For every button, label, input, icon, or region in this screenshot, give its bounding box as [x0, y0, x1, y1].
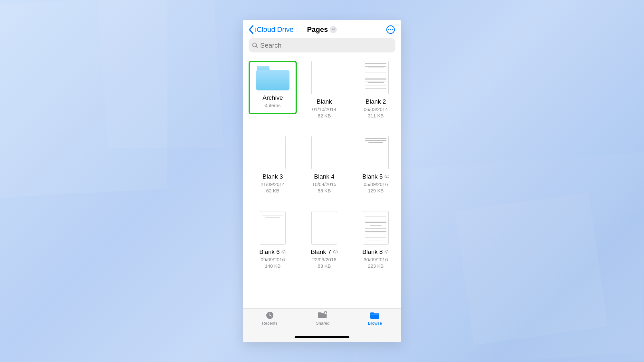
- folder-item[interactable]: Archive 4 items: [249, 61, 297, 119]
- item-name: Blank: [317, 98, 332, 105]
- clock-icon: [265, 311, 275, 320]
- document-thumb: [260, 136, 286, 169]
- cloud-download-icon: [333, 248, 338, 255]
- search-input[interactable]: [260, 42, 392, 49]
- item-name: Blank 8: [362, 248, 389, 255]
- chevron-left-icon: [249, 25, 254, 34]
- item-name: Blank 2: [365, 98, 386, 105]
- item-subtitle: 01/10/201462 KB: [312, 106, 336, 119]
- file-item[interactable]: Blank 8 30/09/2016223 KB: [352, 211, 400, 270]
- file-item[interactable]: Blank 4 10/04/201555 KB: [300, 136, 348, 194]
- tab-label: Shared: [316, 321, 329, 326]
- svg-point-1: [388, 29, 389, 30]
- more-button[interactable]: [386, 25, 395, 34]
- file-item[interactable]: Blank 7 22/09/201663 KB: [300, 211, 348, 270]
- svg-point-2: [390, 29, 391, 30]
- cloud-download-icon: [281, 248, 286, 255]
- item-subtitle: 4 items: [265, 102, 280, 109]
- folder-selection-highlight: Archive 4 items: [249, 61, 297, 114]
- page-title: Pages: [307, 25, 328, 34]
- back-label: iCloud Drive: [255, 25, 294, 34]
- svg-point-4: [253, 43, 257, 47]
- document-thumb: [311, 211, 337, 245]
- svg-line-5: [256, 46, 258, 48]
- chevron-down-icon: [332, 28, 335, 31]
- svg-point-3: [392, 29, 393, 30]
- files-app-window: iCloud Drive Pages: [243, 20, 401, 342]
- svg-point-12: [325, 312, 326, 313]
- tab-browse[interactable]: Browse: [368, 311, 382, 326]
- item-subtitle: 30/09/2016223 KB: [364, 256, 388, 270]
- file-item[interactable]: Blank 5 05/09/2016129 KB: [352, 136, 400, 194]
- document-thumb: [311, 136, 337, 169]
- item-name: Archive: [262, 94, 283, 101]
- tab-recents[interactable]: Recents: [262, 311, 278, 326]
- tab-shared[interactable]: Shared: [316, 311, 329, 326]
- item-name: Blank 4: [314, 173, 334, 180]
- file-grid: Archive 4 items Blank 01/10/201462 KB Bl…: [243, 55, 401, 283]
- item-name: Blank 3: [262, 173, 283, 180]
- back-button[interactable]: iCloud Drive: [249, 25, 294, 34]
- item-subtitle: 09/09/2016140 KB: [260, 256, 285, 270]
- document-thumb: [363, 61, 389, 94]
- item-subtitle: 10/04/201555 KB: [312, 181, 336, 194]
- item-subtitle: 06/03/2014311 KB: [364, 106, 388, 119]
- tab-label: Recents: [262, 321, 278, 326]
- folder-icon: [370, 311, 380, 320]
- shared-folder-icon: [317, 311, 328, 320]
- nav-bar: iCloud Drive Pages: [243, 22, 401, 37]
- item-name: Blank 6: [259, 248, 286, 255]
- search-bar[interactable]: [249, 38, 395, 52]
- item-name: Blank 5: [362, 173, 389, 180]
- file-item[interactable]: Blank 3 21/09/201462 KB: [249, 136, 297, 194]
- file-item[interactable]: Blank 2 06/03/2014311 KB: [352, 61, 400, 119]
- file-item[interactable]: Blank 01/10/201462 KB: [300, 61, 348, 119]
- document-thumb: [363, 136, 389, 169]
- document-thumb: [363, 211, 389, 245]
- file-item[interactable]: Blank 6 09/09/2016140 KB: [249, 211, 297, 270]
- search-icon: [252, 42, 258, 49]
- item-name: Blank 7: [311, 248, 337, 255]
- search-bar-wrap: [243, 37, 401, 55]
- item-subtitle: 21/09/201462 KB: [260, 181, 285, 194]
- item-subtitle: 05/09/2016129 KB: [364, 181, 388, 194]
- cloud-download-icon: [384, 248, 389, 255]
- svg-rect-13: [370, 314, 379, 314]
- ellipsis-circle-icon: [386, 25, 395, 34]
- home-indicator: [295, 336, 349, 338]
- document-thumb: [311, 61, 337, 94]
- cloud-download-icon: [384, 173, 389, 180]
- folder-open-icon: [256, 65, 289, 90]
- document-thumb: [260, 211, 286, 245]
- title-dropdown-button[interactable]: [330, 26, 337, 33]
- tab-label: Browse: [368, 321, 382, 326]
- file-grid-scroll[interactable]: Archive 4 items Blank 01/10/201462 KB Bl…: [243, 55, 401, 308]
- tab-bar: Recents Shared Browse: [243, 308, 401, 342]
- item-subtitle: 22/09/201663 KB: [312, 256, 336, 270]
